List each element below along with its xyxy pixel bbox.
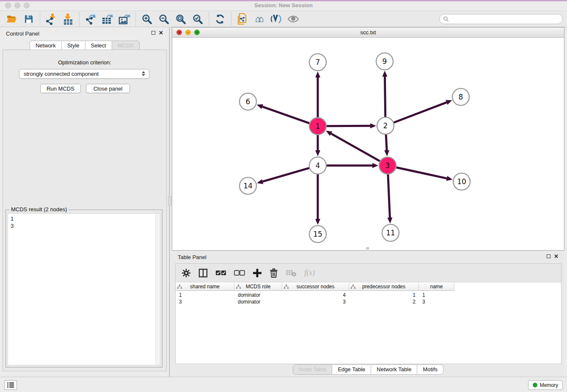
table-header-row: shared nameMCDS rolesuccessor nodesprede…: [176, 283, 454, 291]
graph-edge-2-8[interactable]: [394, 102, 447, 123]
delete-icon[interactable]: [270, 268, 278, 278]
search-input[interactable]: [439, 14, 563, 24]
column-header-shared-name[interactable]: shared name: [176, 283, 234, 291]
table-row[interactable]: 1dominator411: [176, 292, 454, 298]
close-table-panel-icon[interactable]: ✕: [554, 254, 559, 258]
table-cell[interactable]: 2: [349, 298, 419, 305]
export-network-icon[interactable]: [82, 12, 99, 26]
zoom-selected-icon[interactable]: [189, 12, 206, 26]
graph-node-label-7: 7: [316, 58, 320, 66]
memory-button[interactable]: Memory: [528, 380, 563, 390]
export-table-icon[interactable]: [99, 12, 116, 26]
table-panel: Table Panel ✕: [172, 251, 564, 377]
toolbar-separator: [79, 12, 80, 26]
tab-motifs[interactable]: Motifs: [417, 364, 443, 375]
table-toolbar: f(x): [176, 264, 561, 282]
graph-edge-3-1[interactable]: [331, 134, 380, 161]
graph-edge-3-10[interactable]: [396, 167, 447, 178]
function-builder-icon[interactable]: f(x): [304, 268, 315, 277]
panel-splitter[interactable]: [168, 27, 172, 377]
split-column-icon[interactable]: [198, 268, 208, 278]
network-graph-svg: 1234678910111415: [172, 38, 564, 250]
search-field[interactable]: [439, 14, 563, 24]
optimization-criterion-label: Optimization criterion:: [3, 59, 166, 66]
splitter-grip[interactable]: [168, 196, 171, 206]
network-window-title: scc.txt: [172, 29, 564, 36]
tab-node-table[interactable]: Node Table: [293, 364, 333, 375]
graph-edge-2-3[interactable]: [386, 135, 387, 150]
criterion-select[interactable]: strongly connected component: [19, 69, 149, 79]
status-bar: Memory: [0, 377, 567, 392]
network-window-titlebar[interactable]: ✕ − + scc.txt: [172, 28, 564, 38]
column-header-successor-nodes[interactable]: successor nodes: [282, 283, 349, 291]
zoom-fit-icon[interactable]: [172, 12, 189, 26]
delete-table-icon[interactable]: [286, 269, 297, 277]
graph-edge-3-11[interactable]: [388, 174, 390, 218]
table-tabstrip: Node Table Edge Table Network Table Moti…: [293, 364, 443, 375]
zoom-out-icon[interactable]: [155, 12, 172, 26]
table-cell[interactable]: 3: [419, 298, 454, 305]
close-panel-icon[interactable]: ✕: [159, 31, 163, 35]
column-header-name[interactable]: name: [419, 283, 454, 291]
graph-edge-2-9[interactable]: [385, 77, 385, 117]
table-cell[interactable]: 1: [176, 292, 234, 298]
graph-node-label-15: 15: [313, 230, 322, 238]
graph-node-label-11: 11: [386, 229, 395, 237]
network-view-window: ✕ − + scc.txt 1234678910111415: [172, 27, 564, 251]
column-header-predecessor-nodes[interactable]: predecessor nodes: [349, 283, 419, 291]
table-row[interactable]: 3dominator323: [176, 298, 454, 305]
clone-network-icon[interactable]: [234, 12, 251, 26]
memory-label: Memory: [540, 382, 558, 388]
apply-layout-icon[interactable]: [212, 12, 228, 26]
close-panel-button[interactable]: Close panel: [86, 84, 130, 93]
table-cell[interactable]: 1: [349, 292, 419, 298]
mcds-result-title: MCDS result (2 nodes): [9, 206, 69, 213]
network-graph-canvas[interactable]: 1234678910111415: [172, 38, 564, 250]
table-panel-title: Table Panel: [178, 254, 206, 260]
criterion-selected-value: strongly connected component: [24, 71, 99, 77]
deselect-all-icon[interactable]: [234, 270, 245, 276]
result-scrollbar[interactable]: [155, 214, 160, 365]
toolbar-separator: [231, 12, 231, 26]
table-cell[interactable]: 3: [176, 298, 234, 305]
float-table-panel-icon[interactable]: [547, 254, 550, 258]
control-panel: Control Panel ✕ Network Style Select MCD…: [0, 27, 169, 373]
graph-node-label-4: 4: [316, 161, 320, 170]
table-cell[interactable]: 1: [419, 292, 454, 298]
tab-network-table[interactable]: Network Table: [371, 364, 417, 375]
open-session-icon[interactable]: [3, 12, 20, 26]
graph-node-label-2: 2: [383, 121, 388, 130]
table-cell[interactable]: 4: [282, 292, 349, 298]
run-mcds-button[interactable]: Run MCDS: [40, 84, 81, 93]
graph-node-label-9: 9: [383, 57, 387, 66]
show-all-networks-icon[interactable]: ⌂⌂: [251, 12, 268, 26]
network-resize-grip[interactable]: [366, 247, 369, 249]
vizmapper-icon[interactable]: [268, 12, 285, 26]
graph-edge-1-2[interactable]: [327, 126, 370, 126]
main-toolbar: ⌂⌂: [0, 11, 567, 27]
import-network-icon[interactable]: [43, 12, 60, 26]
graph-edge-1-6[interactable]: [262, 107, 309, 123]
table-cell[interactable]: dominator: [234, 292, 282, 298]
tab-edge-table[interactable]: Edge Table: [332, 364, 371, 375]
task-history-button[interactable]: [4, 380, 17, 390]
table-cell[interactable]: 3: [282, 298, 349, 305]
select-all-icon[interactable]: [215, 270, 226, 276]
float-panel-icon[interactable]: [151, 31, 155, 35]
graph-edge-4-14[interactable]: [263, 168, 309, 182]
titlebar-accent: [0, 0, 567, 1]
table-cell[interactable]: dominator: [234, 298, 282, 305]
mcds-result-textarea[interactable]: 1 3: [8, 213, 160, 365]
graph-node-label-3: 3: [385, 161, 390, 170]
save-session-icon[interactable]: [20, 12, 37, 26]
control-panel-title: Control Panel: [6, 30, 39, 37]
zoom-in-icon[interactable]: [138, 12, 155, 26]
add-icon[interactable]: [253, 268, 262, 278]
app-titlebar: Session: New Session: [0, 0, 567, 11]
import-table-icon[interactable]: [60, 12, 77, 26]
gear-icon[interactable]: [182, 268, 191, 278]
export-image-icon[interactable]: [116, 12, 133, 26]
graph-node-label-1: 1: [316, 122, 320, 130]
column-header-MCDS-role[interactable]: MCDS role: [234, 283, 282, 291]
show-hide-icon[interactable]: [285, 12, 302, 26]
